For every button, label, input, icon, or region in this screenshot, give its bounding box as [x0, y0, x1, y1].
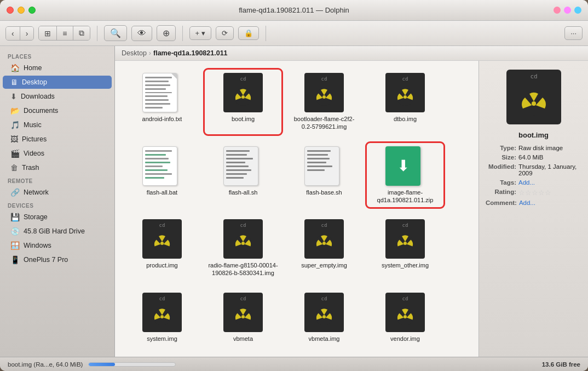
txt-file-icon: [142, 73, 177, 112]
file-item-system[interactable]: cd system.img: [124, 289, 200, 346]
file-item-radio[interactable]: cd radio-flame-g8150-00014-190826-b-5830…: [205, 216, 281, 281]
file-item-system-other[interactable]: cd system_other.img: [367, 216, 443, 281]
file-name-vendor: vendor.img: [390, 335, 420, 343]
sidebar-item-oneplus[interactable]: 📱 OnePlus 7 Pro: [3, 253, 112, 266]
sidebar-item-windows[interactable]: 🪟 Windows: [3, 239, 112, 252]
file-item-flash-bat[interactable]: flash-all.bat: [124, 143, 200, 208]
right-dot-2[interactable]: [564, 7, 571, 14]
cd-file-icon: cd: [223, 73, 263, 112]
tags-label: Tags:: [486, 179, 516, 186]
breadcrumb-desktop[interactable]: Desktop: [122, 49, 147, 57]
sidebar: Places 🏠 Home 🖥 Desktop ⬇ Downloads 📂 Do…: [0, 46, 115, 357]
titlebar: flame-qd1a.190821.011 — Dolphin: [0, 0, 588, 21]
harddrive-icon: 💿: [10, 227, 20, 236]
new-folder-button[interactable]: + ▾: [189, 26, 211, 40]
right-dot-1[interactable]: [554, 7, 561, 14]
cd-file-icon-vbmeta: cd: [223, 293, 263, 332]
product-icon: cd: [142, 219, 182, 259]
maximize-button[interactable]: [28, 7, 36, 14]
file-item-android-info[interactable]: android-info.txt: [124, 70, 200, 134]
svg-point-27: [403, 242, 407, 245]
downloads-icon: ⬇: [10, 92, 17, 101]
sidebar-item-network[interactable]: 🔗 Network: [3, 186, 112, 199]
sidebar-item-harddrive[interactable]: 💿 45.8 GiB Hard Drive: [3, 225, 112, 238]
close-button[interactable]: [7, 7, 14, 14]
svg-point-31: [160, 315, 164, 318]
sidebar-item-downloads[interactable]: ⬇ Downloads: [3, 90, 112, 103]
sidebar-item-videos[interactable]: 🎬 Videos: [3, 147, 112, 160]
search-button[interactable]: 🔍: [104, 25, 127, 41]
titlebar-right-controls: [554, 7, 581, 14]
file-item-flash-base[interactable]: flash-base.sh: [286, 143, 362, 208]
view-icons-button[interactable]: ⊞: [39, 26, 57, 40]
right-dot-3[interactable]: [574, 7, 581, 14]
super-empty-icon: cd: [304, 219, 344, 259]
preview-meta: Type: Raw disk image Size: 64.0 MiB Modi…: [486, 145, 581, 209]
file-name-radio: radio-flame-g8150-00014-190826-b-5830341…: [208, 261, 278, 277]
forward-button[interactable]: ›: [20, 27, 34, 40]
file-item-vbmeta[interactable]: cd vbmeta: [205, 289, 281, 346]
cd-file-icon-vbmeta-img: cd: [304, 293, 344, 332]
properties-button[interactable]: 🔒: [238, 26, 259, 40]
oneplus-icon: 📱: [10, 255, 20, 264]
file-item-product[interactable]: cd product.img: [124, 216, 200, 281]
file-item-dtbo[interactable]: cd dtbo.img: [367, 70, 443, 134]
sidebar-item-music[interactable]: 🎵 Music: [3, 118, 112, 132]
meta-row-type: Type: Raw disk image: [486, 145, 581, 151]
copy-button[interactable]: ⟳: [216, 26, 234, 40]
sidebar-videos-label: Videos: [24, 150, 44, 157]
preview-filename: boot.img: [518, 131, 549, 139]
tags-add-link[interactable]: Add...: [518, 179, 535, 186]
statusbar-progress-area: [88, 362, 536, 367]
search-icon: 🔍: [110, 28, 121, 38]
file-grid: android-info.txt cd: [124, 70, 470, 346]
minimize-button[interactable]: [18, 7, 25, 14]
new-tab-button[interactable]: ⊕: [157, 25, 176, 41]
view-split-button[interactable]: ⧉: [73, 26, 90, 40]
file-item-boot-img[interactable]: cd boot.img: [205, 70, 281, 134]
file-item-vendor[interactable]: cd vendor.img: [367, 289, 443, 346]
svg-point-47: [532, 101, 536, 106]
progress-bar-fill: [89, 363, 114, 366]
svg-point-3: [241, 95, 245, 99]
view-options-button[interactable]: ···: [564, 26, 583, 40]
file-name-flash-bat: flash-all.bat: [147, 189, 177, 196]
svg-text:cd: cd: [321, 222, 327, 228]
file-name-image-zip: image-flame-qd1a.190821.011.zip: [370, 189, 440, 204]
file-item-super-empty[interactable]: cd super_empty.img: [286, 216, 362, 281]
sidebar-pictures-label: Pictures: [22, 135, 47, 143]
preview-button[interactable]: 👁: [131, 26, 152, 41]
file-name-boot-img: boot.img: [232, 115, 255, 123]
meta-row-comment: Comment: Add...: [486, 199, 581, 206]
back-button[interactable]: ‹: [6, 27, 20, 40]
sidebar-item-trash[interactable]: 🗑 Trash: [3, 161, 112, 174]
sidebar-home-label: Home: [24, 64, 42, 72]
sidebar-oneplus-label: OnePlus 7 Pro: [24, 256, 68, 264]
file-name-system: system.img: [147, 335, 177, 343]
sidebar-item-storage[interactable]: 💾 Storage: [3, 210, 112, 224]
sidebar-item-desktop[interactable]: 🖥 Desktop: [3, 76, 112, 89]
file-name-system-other: system_other.img: [382, 261, 429, 269]
type-label: Type:: [486, 145, 516, 151]
sidebar-music-label: Music: [24, 121, 42, 129]
comment-add-link[interactable]: Add...: [519, 199, 535, 206]
file-item-bootloader[interactable]: cd bootloader-flame-c2f2-0.2-5799621.img: [286, 70, 362, 134]
sidebar-desktop-label: Desktop: [22, 78, 47, 86]
file-grid-area[interactable]: android-info.txt cd: [115, 61, 479, 357]
file-item-vbmeta-img[interactable]: cd vbmeta.img: [286, 289, 362, 346]
toolbar: ‹ › ⊞ ≡ ⧉ 🔍 👁 ⊕ + ▾ ⟳ 🔒 ···: [0, 21, 588, 46]
type-value: Raw disk image: [518, 145, 581, 151]
view-list-button[interactable]: ≡: [57, 26, 73, 40]
svg-text:cd: cd: [159, 222, 165, 228]
traffic-lights: [7, 7, 36, 14]
rating-stars[interactable]: ☆☆☆☆☆: [518, 189, 551, 197]
svg-text:cd: cd: [240, 222, 246, 228]
meta-row-rating: Rating: ☆☆☆☆☆: [486, 189, 581, 197]
sidebar-item-home[interactable]: 🏠 Home: [3, 61, 112, 75]
svg-text:cd: cd: [321, 76, 327, 82]
file-item-image-zip[interactable]: ⬇ image-flame-qd1a.190821.011.zip: [367, 143, 443, 208]
sidebar-item-documents[interactable]: 📂 Documents: [3, 104, 112, 117]
file-item-flash-sh[interactable]: flash-all.sh: [205, 143, 281, 208]
sidebar-item-pictures[interactable]: 🖼 Pictures: [3, 133, 112, 146]
svg-text:cd: cd: [402, 76, 408, 82]
